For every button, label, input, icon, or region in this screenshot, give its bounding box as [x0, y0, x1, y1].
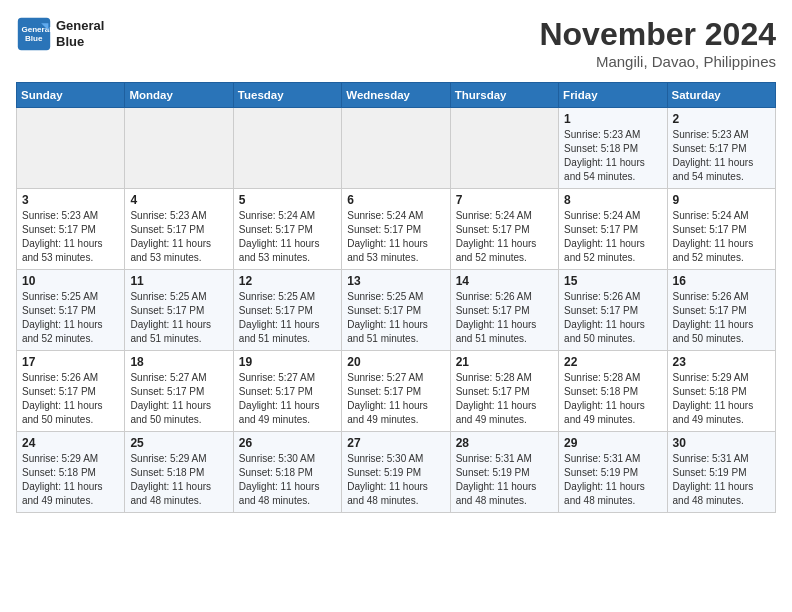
day-info: Sunrise: 5:26 AM Sunset: 5:17 PM Dayligh… — [22, 371, 119, 427]
day-header-tuesday: Tuesday — [233, 83, 341, 108]
day-info: Sunrise: 5:26 AM Sunset: 5:17 PM Dayligh… — [564, 290, 661, 346]
day-info: Sunrise: 5:29 AM Sunset: 5:18 PM Dayligh… — [673, 371, 770, 427]
title-block: November 2024 Mangili, Davao, Philippine… — [539, 16, 776, 70]
day-info: Sunrise: 5:30 AM Sunset: 5:19 PM Dayligh… — [347, 452, 444, 508]
calendar-body: 1Sunrise: 5:23 AM Sunset: 5:18 PM Daylig… — [17, 108, 776, 513]
calendar-cell — [450, 108, 558, 189]
calendar-cell — [233, 108, 341, 189]
day-number: 24 — [22, 436, 119, 450]
calendar-cell: 7Sunrise: 5:24 AM Sunset: 5:17 PM Daylig… — [450, 189, 558, 270]
day-info: Sunrise: 5:28 AM Sunset: 5:18 PM Dayligh… — [564, 371, 661, 427]
day-info: Sunrise: 5:25 AM Sunset: 5:17 PM Dayligh… — [347, 290, 444, 346]
calendar-cell: 8Sunrise: 5:24 AM Sunset: 5:17 PM Daylig… — [559, 189, 667, 270]
day-number: 26 — [239, 436, 336, 450]
month-title: November 2024 — [539, 16, 776, 53]
logo-line1: General — [56, 18, 104, 34]
calendar-cell: 15Sunrise: 5:26 AM Sunset: 5:17 PM Dayli… — [559, 270, 667, 351]
day-info: Sunrise: 5:26 AM Sunset: 5:17 PM Dayligh… — [456, 290, 553, 346]
svg-text:Blue: Blue — [25, 34, 43, 43]
calendar-cell: 23Sunrise: 5:29 AM Sunset: 5:18 PM Dayli… — [667, 351, 775, 432]
logo-line2: Blue — [56, 34, 104, 50]
logo-text: General Blue — [56, 18, 104, 49]
calendar-cell: 21Sunrise: 5:28 AM Sunset: 5:17 PM Dayli… — [450, 351, 558, 432]
calendar-header: SundayMondayTuesdayWednesdayThursdayFrid… — [17, 83, 776, 108]
calendar-week-2: 3Sunrise: 5:23 AM Sunset: 5:17 PM Daylig… — [17, 189, 776, 270]
calendar-table: SundayMondayTuesdayWednesdayThursdayFrid… — [16, 82, 776, 513]
day-header-wednesday: Wednesday — [342, 83, 450, 108]
day-number: 14 — [456, 274, 553, 288]
day-info: Sunrise: 5:27 AM Sunset: 5:17 PM Dayligh… — [239, 371, 336, 427]
day-info: Sunrise: 5:23 AM Sunset: 5:17 PM Dayligh… — [673, 128, 770, 184]
day-number: 25 — [130, 436, 227, 450]
day-number: 19 — [239, 355, 336, 369]
day-info: Sunrise: 5:31 AM Sunset: 5:19 PM Dayligh… — [564, 452, 661, 508]
day-number: 17 — [22, 355, 119, 369]
calendar-cell: 6Sunrise: 5:24 AM Sunset: 5:17 PM Daylig… — [342, 189, 450, 270]
day-info: Sunrise: 5:25 AM Sunset: 5:17 PM Dayligh… — [239, 290, 336, 346]
calendar-cell: 1Sunrise: 5:23 AM Sunset: 5:18 PM Daylig… — [559, 108, 667, 189]
day-info: Sunrise: 5:23 AM Sunset: 5:17 PM Dayligh… — [22, 209, 119, 265]
calendar-week-5: 24Sunrise: 5:29 AM Sunset: 5:18 PM Dayli… — [17, 432, 776, 513]
calendar-cell: 18Sunrise: 5:27 AM Sunset: 5:17 PM Dayli… — [125, 351, 233, 432]
calendar-cell: 16Sunrise: 5:26 AM Sunset: 5:17 PM Dayli… — [667, 270, 775, 351]
day-info: Sunrise: 5:24 AM Sunset: 5:17 PM Dayligh… — [673, 209, 770, 265]
calendar-cell: 13Sunrise: 5:25 AM Sunset: 5:17 PM Dayli… — [342, 270, 450, 351]
calendar-week-4: 17Sunrise: 5:26 AM Sunset: 5:17 PM Dayli… — [17, 351, 776, 432]
calendar-cell: 19Sunrise: 5:27 AM Sunset: 5:17 PM Dayli… — [233, 351, 341, 432]
calendar-cell: 17Sunrise: 5:26 AM Sunset: 5:17 PM Dayli… — [17, 351, 125, 432]
day-number: 12 — [239, 274, 336, 288]
calendar-cell: 10Sunrise: 5:25 AM Sunset: 5:17 PM Dayli… — [17, 270, 125, 351]
day-info: Sunrise: 5:31 AM Sunset: 5:19 PM Dayligh… — [456, 452, 553, 508]
day-info: Sunrise: 5:23 AM Sunset: 5:17 PM Dayligh… — [130, 209, 227, 265]
calendar-cell: 22Sunrise: 5:28 AM Sunset: 5:18 PM Dayli… — [559, 351, 667, 432]
day-number: 6 — [347, 193, 444, 207]
calendar-cell: 11Sunrise: 5:25 AM Sunset: 5:17 PM Dayli… — [125, 270, 233, 351]
calendar-cell: 24Sunrise: 5:29 AM Sunset: 5:18 PM Dayli… — [17, 432, 125, 513]
day-number: 9 — [673, 193, 770, 207]
day-number: 4 — [130, 193, 227, 207]
day-number: 2 — [673, 112, 770, 126]
page-header: General Blue General Blue November 2024 … — [16, 16, 776, 70]
day-header-saturday: Saturday — [667, 83, 775, 108]
day-info: Sunrise: 5:26 AM Sunset: 5:17 PM Dayligh… — [673, 290, 770, 346]
day-info: Sunrise: 5:29 AM Sunset: 5:18 PM Dayligh… — [22, 452, 119, 508]
day-info: Sunrise: 5:24 AM Sunset: 5:17 PM Dayligh… — [564, 209, 661, 265]
day-info: Sunrise: 5:30 AM Sunset: 5:18 PM Dayligh… — [239, 452, 336, 508]
day-number: 20 — [347, 355, 444, 369]
day-number: 21 — [456, 355, 553, 369]
day-info: Sunrise: 5:31 AM Sunset: 5:19 PM Dayligh… — [673, 452, 770, 508]
calendar-cell: 5Sunrise: 5:24 AM Sunset: 5:17 PM Daylig… — [233, 189, 341, 270]
day-header-monday: Monday — [125, 83, 233, 108]
day-number: 7 — [456, 193, 553, 207]
day-number: 3 — [22, 193, 119, 207]
day-info: Sunrise: 5:28 AM Sunset: 5:17 PM Dayligh… — [456, 371, 553, 427]
calendar-cell — [342, 108, 450, 189]
day-header-sunday: Sunday — [17, 83, 125, 108]
day-number: 18 — [130, 355, 227, 369]
day-number: 15 — [564, 274, 661, 288]
calendar-cell: 3Sunrise: 5:23 AM Sunset: 5:17 PM Daylig… — [17, 189, 125, 270]
calendar-week-1: 1Sunrise: 5:23 AM Sunset: 5:18 PM Daylig… — [17, 108, 776, 189]
day-info: Sunrise: 5:24 AM Sunset: 5:17 PM Dayligh… — [239, 209, 336, 265]
day-number: 22 — [564, 355, 661, 369]
day-info: Sunrise: 5:23 AM Sunset: 5:18 PM Dayligh… — [564, 128, 661, 184]
day-number: 28 — [456, 436, 553, 450]
day-number: 27 — [347, 436, 444, 450]
calendar-cell: 20Sunrise: 5:27 AM Sunset: 5:17 PM Dayli… — [342, 351, 450, 432]
calendar-cell: 4Sunrise: 5:23 AM Sunset: 5:17 PM Daylig… — [125, 189, 233, 270]
calendar-cell: 9Sunrise: 5:24 AM Sunset: 5:17 PM Daylig… — [667, 189, 775, 270]
calendar-cell — [125, 108, 233, 189]
calendar-week-3: 10Sunrise: 5:25 AM Sunset: 5:17 PM Dayli… — [17, 270, 776, 351]
day-info: Sunrise: 5:24 AM Sunset: 5:17 PM Dayligh… — [347, 209, 444, 265]
logo: General Blue General Blue — [16, 16, 104, 52]
calendar-cell — [17, 108, 125, 189]
day-info: Sunrise: 5:29 AM Sunset: 5:18 PM Dayligh… — [130, 452, 227, 508]
day-number: 13 — [347, 274, 444, 288]
day-number: 10 — [22, 274, 119, 288]
day-info: Sunrise: 5:25 AM Sunset: 5:17 PM Dayligh… — [22, 290, 119, 346]
day-number: 30 — [673, 436, 770, 450]
logo-icon: General Blue — [16, 16, 52, 52]
calendar-cell: 14Sunrise: 5:26 AM Sunset: 5:17 PM Dayli… — [450, 270, 558, 351]
days-of-week-row: SundayMondayTuesdayWednesdayThursdayFrid… — [17, 83, 776, 108]
calendar-cell: 30Sunrise: 5:31 AM Sunset: 5:19 PM Dayli… — [667, 432, 775, 513]
